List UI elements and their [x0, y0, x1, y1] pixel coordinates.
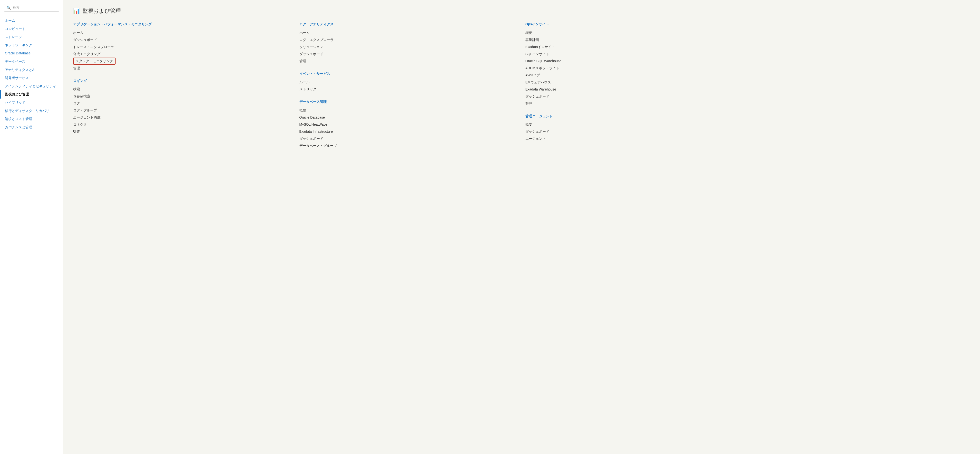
menu-item-0-0-5[interactable]: 管理	[73, 65, 292, 72]
sidebar-item-13[interactable]: ガバナンスと管理	[0, 123, 63, 132]
section-items-0-1: 検索保存済検索ログログ・グループエージェント構成コネクタ監査	[73, 86, 292, 135]
section-heading-2-0: Opsインサイト	[525, 22, 744, 27]
menu-item-1-2-3[interactable]: Exadata Infrastructure	[299, 128, 518, 135]
sidebar-item-10[interactable]: ハイブリッド	[0, 99, 63, 107]
menu-item-2-0-10[interactable]: 管理	[525, 100, 744, 107]
menu-section-0-0: アプリケーション・パフォーマンス・モニタリングホームダッシュボードトレース・エク…	[73, 22, 292, 72]
sidebar-item-8[interactable]: アイデンティティとセキュリティ	[0, 82, 63, 91]
menu-item-1-2-1[interactable]: Oracle Database	[299, 114, 518, 121]
search-icon: 🔍	[6, 6, 11, 10]
sidebar-item-6[interactable]: アナリティクスとAI	[0, 66, 63, 74]
menu-item-0-1-5[interactable]: コネクタ	[73, 121, 292, 128]
menu-item-1-2-4[interactable]: ダッシュボード	[299, 135, 518, 142]
section-items-1-1: ルールメトリック	[299, 78, 518, 93]
menu-item-1-0-1[interactable]: ログ・エクスプローラ	[299, 37, 518, 43]
page-title-icon: 📊	[73, 8, 80, 14]
main-content: 📊 監視および管理 アプリケーション・パフォーマンス・モニタリングホームダッシュ…	[64, 0, 980, 454]
menu-item-2-1-1[interactable]: ダッシュボード	[525, 128, 744, 135]
section-heading-1-0: ログ・アナリティクス	[299, 22, 518, 27]
menu-column-1: ログ・アナリティクスホームログ・エクスプローラソリューションダッシュボード管理イ…	[299, 22, 518, 156]
sidebar-item-5[interactable]: データベース	[0, 57, 63, 66]
menu-item-2-0-5[interactable]: ADDMスポットライト	[525, 65, 744, 72]
sidebar-item-7[interactable]: 開発者サービス	[0, 74, 63, 82]
menu-item-0-1-2[interactable]: ログ	[73, 100, 292, 107]
menu-item-1-2-2[interactable]: MySQL HeatWave	[299, 121, 518, 128]
menu-item-2-0-9[interactable]: ダッシュボード	[525, 93, 744, 100]
menu-item-0-1-0[interactable]: 検索	[73, 86, 292, 93]
menu-item-1-1-0[interactable]: ルール	[299, 78, 518, 86]
sidebar-item-1[interactable]: コンピュート	[0, 25, 63, 33]
search-placeholder: 検索	[13, 6, 19, 10]
menu-item-2-0-8[interactable]: Exadata Warehouse	[525, 86, 744, 93]
menu-section-1-1: イベント・サービスルールメトリック	[299, 72, 518, 93]
sidebar-item-3[interactable]: ネットワーキング	[0, 41, 63, 49]
section-heading-1-2: データベース管理	[299, 100, 518, 104]
menu-section-1-2: データベース管理概要Oracle DatabaseMySQL HeatWaveE…	[299, 100, 518, 149]
sidebar-nav: ホームコンピュートストレージネットワーキングOracle Databaseデータ…	[0, 17, 63, 131]
menu-item-1-2-0[interactable]: 概要	[299, 107, 518, 114]
sidebar: 🔍 検索 ホームコンピュートストレージネットワーキングOracle Databa…	[0, 0, 64, 454]
menu-item-1-0-3[interactable]: ダッシュボード	[299, 51, 518, 57]
menu-item-1-1-1[interactable]: メトリック	[299, 86, 518, 93]
sidebar-item-4[interactable]: Oracle Database	[0, 49, 63, 57]
menu-item-1-0-0[interactable]: ホーム	[299, 29, 518, 37]
section-heading-1-1: イベント・サービス	[299, 72, 518, 76]
page-title-area: 📊 監視および管理	[73, 7, 970, 14]
menu-item-0-0-1[interactable]: ダッシュボード	[73, 37, 292, 43]
menu-item-2-1-2[interactable]: エージェント	[525, 135, 744, 142]
menu-column-2: Opsインサイト概要容量計画ExadataインサイトSQLインサイトOracle…	[525, 22, 744, 156]
menu-item-2-0-1[interactable]: 容量計画	[525, 37, 744, 43]
menu-section-0-1: ロギング検索保存済検索ログログ・グループエージェント構成コネクタ監査	[73, 78, 292, 135]
menu-section-1-0: ログ・アナリティクスホームログ・エクスプローラソリューションダッシュボード管理	[299, 22, 518, 65]
menu-item-0-1-6[interactable]: 監査	[73, 128, 292, 135]
menu-item-0-0-0[interactable]: ホーム	[73, 29, 292, 37]
menu-section-2-1: 管理エージェント概要ダッシュボードエージェント	[525, 114, 744, 142]
menu-item-2-0-4[interactable]: Oracle SQL Warehouse	[525, 57, 744, 65]
menu-item-0-1-3[interactable]: ログ・グループ	[73, 107, 292, 114]
menu-item-0-0-2[interactable]: トレース・エクスプローラ	[73, 43, 292, 51]
sidebar-item-11[interactable]: 移行とディザスタ・リカバリ	[0, 107, 63, 115]
menu-item-0-0-3[interactable]: 合成モニタリング	[73, 51, 292, 57]
menu-item-2-1-0[interactable]: 概要	[525, 121, 744, 128]
menu-section-2-0: Opsインサイト概要容量計画ExadataインサイトSQLインサイトOracle…	[525, 22, 744, 107]
menu-column-0: アプリケーション・パフォーマンス・モニタリングホームダッシュボードトレース・エク…	[73, 22, 292, 156]
menu-item-2-0-3[interactable]: SQLインサイト	[525, 51, 744, 57]
menu-item-0-1-4[interactable]: エージェント構成	[73, 114, 292, 121]
menu-item-2-0-6[interactable]: AWRハブ	[525, 72, 744, 79]
search-box[interactable]: 🔍 検索	[4, 4, 59, 12]
section-items-1-0: ホームログ・エクスプローラソリューションダッシュボード管理	[299, 29, 518, 65]
section-items-0-0: ホームダッシュボードトレース・エクスプローラ合成モニタリングスタック・モニタリン…	[73, 29, 292, 72]
sidebar-item-9[interactable]: 監視および管理	[0, 90, 63, 99]
menu-grid: アプリケーション・パフォーマンス・モニタリングホームダッシュボードトレース・エク…	[73, 22, 970, 156]
section-heading-0-0: アプリケーション・パフォーマンス・モニタリング	[73, 22, 292, 27]
menu-item-2-0-0[interactable]: 概要	[525, 29, 744, 37]
menu-item-2-0-2[interactable]: Exadataインサイト	[525, 43, 744, 51]
menu-item-0-1-1[interactable]: 保存済検索	[73, 93, 292, 100]
menu-item-1-0-2[interactable]: ソリューション	[299, 43, 518, 51]
section-items-2-0: 概要容量計画ExadataインサイトSQLインサイトOracle SQL War…	[525, 29, 744, 107]
section-heading-0-1: ロギング	[73, 78, 292, 83]
menu-item-1-0-4[interactable]: 管理	[299, 57, 518, 65]
sidebar-item-0[interactable]: ホーム	[0, 17, 63, 25]
sidebar-item-2[interactable]: ストレージ	[0, 33, 63, 41]
menu-item-0-0-4[interactable]: スタック・モニタリング	[73, 57, 116, 65]
page-title-text: 監視および管理	[83, 7, 121, 14]
menu-item-2-0-7[interactable]: EMウェアハウス	[525, 79, 744, 86]
menu-item-1-2-5[interactable]: データベース・グループ	[299, 142, 518, 149]
section-heading-2-1: 管理エージェント	[525, 114, 744, 119]
section-items-1-2: 概要Oracle DatabaseMySQL HeatWaveExadata I…	[299, 107, 518, 149]
section-items-2-1: 概要ダッシュボードエージェント	[525, 121, 744, 142]
sidebar-item-12[interactable]: 請求とコスト管理	[0, 115, 63, 123]
